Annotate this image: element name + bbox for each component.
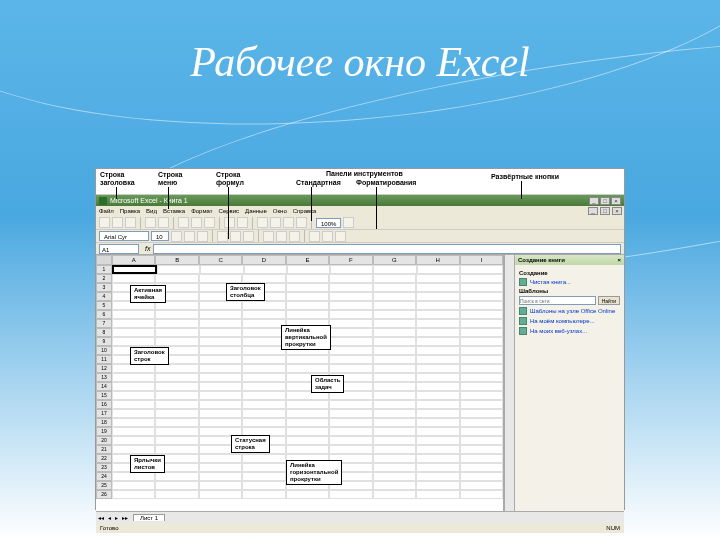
cell[interactable] bbox=[460, 337, 503, 346]
cell[interactable] bbox=[199, 337, 242, 346]
cell[interactable] bbox=[329, 490, 372, 499]
row-header[interactable]: 15 bbox=[96, 391, 112, 400]
cell[interactable] bbox=[460, 355, 503, 364]
cell[interactable] bbox=[373, 481, 416, 490]
cell[interactable] bbox=[373, 382, 416, 391]
row-header[interactable]: 18 bbox=[96, 418, 112, 427]
cell[interactable] bbox=[460, 445, 503, 454]
tab-nav-first-icon[interactable]: ◂◂ bbox=[96, 514, 106, 521]
cell[interactable] bbox=[286, 355, 329, 364]
cell[interactable] bbox=[416, 292, 459, 301]
cell[interactable] bbox=[329, 301, 372, 310]
select-all-corner[interactable] bbox=[96, 255, 112, 265]
cell[interactable] bbox=[112, 445, 155, 454]
cell[interactable] bbox=[242, 400, 285, 409]
cell[interactable] bbox=[373, 274, 416, 283]
cell[interactable] bbox=[460, 463, 503, 472]
cell[interactable] bbox=[329, 427, 372, 436]
menu-правка[interactable]: Правка bbox=[120, 208, 140, 214]
cell[interactable] bbox=[416, 337, 459, 346]
cell[interactable] bbox=[155, 328, 198, 337]
row-header[interactable]: 14 bbox=[96, 382, 112, 391]
cell[interactable] bbox=[199, 301, 242, 310]
cell[interactable] bbox=[416, 400, 459, 409]
cell[interactable] bbox=[373, 292, 416, 301]
cell[interactable] bbox=[329, 328, 372, 337]
align-left-icon[interactable] bbox=[217, 231, 228, 242]
font-color-icon[interactable] bbox=[335, 231, 346, 242]
cell[interactable] bbox=[373, 490, 416, 499]
cell[interactable] bbox=[460, 436, 503, 445]
paste-icon[interactable] bbox=[204, 217, 215, 228]
cell[interactable] bbox=[155, 274, 198, 283]
cell[interactable] bbox=[373, 391, 416, 400]
cell[interactable] bbox=[373, 463, 416, 472]
font-name-box[interactable]: Arial Cyr bbox=[99, 231, 149, 241]
cell[interactable] bbox=[242, 364, 285, 373]
cell[interactable] bbox=[329, 400, 372, 409]
minimize-button[interactable]: _ bbox=[589, 197, 599, 205]
cell[interactable] bbox=[416, 319, 459, 328]
worksheet-grid[interactable]: ABCDEFGHI 123456789101112131415161718192… bbox=[96, 255, 504, 511]
cell[interactable] bbox=[460, 481, 503, 490]
row-header[interactable]: 5 bbox=[96, 301, 112, 310]
cell[interactable] bbox=[286, 427, 329, 436]
cell[interactable] bbox=[329, 274, 372, 283]
bold-icon[interactable] bbox=[171, 231, 182, 242]
cell[interactable] bbox=[416, 382, 459, 391]
cell[interactable] bbox=[373, 445, 416, 454]
cell[interactable] bbox=[416, 328, 459, 337]
fx-icon[interactable]: fx bbox=[142, 245, 153, 252]
row-header[interactable]: 6 bbox=[96, 310, 112, 319]
taskpane-link[interactable]: На моём компьютере... bbox=[519, 317, 620, 325]
cell[interactable] bbox=[112, 310, 155, 319]
cell[interactable] bbox=[199, 382, 242, 391]
cell[interactable] bbox=[242, 418, 285, 427]
template-search-button[interactable]: Найти bbox=[598, 296, 620, 305]
percent-icon[interactable] bbox=[276, 231, 287, 242]
row-header[interactable]: 12 bbox=[96, 364, 112, 373]
cell[interactable] bbox=[199, 463, 242, 472]
cell[interactable] bbox=[373, 364, 416, 373]
cell[interactable] bbox=[416, 301, 459, 310]
cell[interactable] bbox=[416, 310, 459, 319]
undo-icon[interactable] bbox=[224, 217, 235, 228]
cell[interactable] bbox=[416, 355, 459, 364]
cell[interactable] bbox=[155, 310, 198, 319]
row-header[interactable]: 9 bbox=[96, 337, 112, 346]
cell[interactable] bbox=[242, 319, 285, 328]
cell[interactable] bbox=[199, 481, 242, 490]
cell[interactable] bbox=[199, 319, 242, 328]
cell[interactable] bbox=[200, 265, 243, 274]
cell[interactable] bbox=[373, 283, 416, 292]
cell[interactable] bbox=[155, 490, 198, 499]
align-right-icon[interactable] bbox=[243, 231, 254, 242]
row-header[interactable]: 1 bbox=[96, 265, 112, 274]
mdi-close[interactable]: × bbox=[612, 207, 622, 215]
cell[interactable] bbox=[112, 364, 155, 373]
column-header[interactable]: E bbox=[286, 255, 329, 265]
cell[interactable] bbox=[373, 301, 416, 310]
preview-icon[interactable] bbox=[158, 217, 169, 228]
fill-color-icon[interactable] bbox=[322, 231, 333, 242]
cell[interactable] bbox=[460, 391, 503, 400]
cell[interactable] bbox=[460, 346, 503, 355]
cell[interactable] bbox=[112, 436, 155, 445]
cell[interactable] bbox=[199, 490, 242, 499]
cell[interactable] bbox=[416, 391, 459, 400]
cell[interactable] bbox=[416, 454, 459, 463]
cell[interactable] bbox=[329, 283, 372, 292]
cell[interactable] bbox=[416, 445, 459, 454]
menu-окно[interactable]: Окно bbox=[273, 208, 287, 214]
name-box[interactable]: A1 bbox=[99, 244, 139, 254]
column-header[interactable]: A bbox=[112, 255, 155, 265]
cell[interactable] bbox=[329, 436, 372, 445]
cell[interactable] bbox=[199, 391, 242, 400]
cell[interactable] bbox=[199, 373, 242, 382]
cell[interactable] bbox=[112, 265, 157, 274]
cell[interactable] bbox=[242, 490, 285, 499]
cell[interactable] bbox=[416, 463, 459, 472]
cell[interactable] bbox=[242, 454, 285, 463]
cell[interactable] bbox=[416, 481, 459, 490]
row-header[interactable]: 13 bbox=[96, 373, 112, 382]
